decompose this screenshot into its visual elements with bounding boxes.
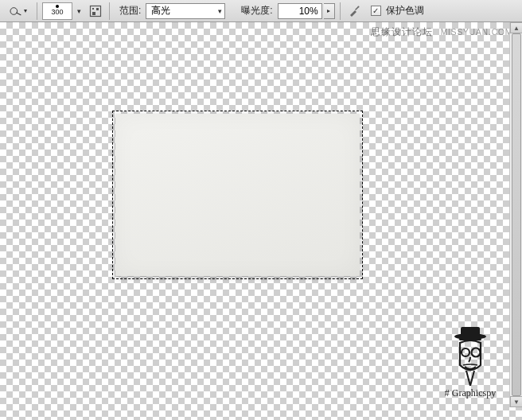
range-select[interactable]: 高光 ▾: [146, 3, 225, 19]
protect-tones-checkbox[interactable]: ✓: [371, 6, 381, 16]
range-value: 高光: [151, 4, 170, 18]
chevron-down-icon: ▾: [218, 7, 222, 15]
site-watermark: 思缘设计论坛 MISSYUAN.COM: [371, 25, 512, 39]
svg-rect-7: [461, 327, 480, 336]
svg-rect-4: [92, 12, 95, 15]
brush-preview-dot: [56, 5, 59, 8]
canvas-area[interactable]: 思缘设计论坛 MISSYUAN.COM # Graphicspy ▲ ▼: [0, 22, 522, 420]
separator: [340, 2, 341, 20]
brush-panel-icon: [89, 5, 102, 18]
svg-rect-2: [92, 8, 94, 10]
exposure-dropdown[interactable]: ▸: [324, 3, 335, 19]
svg-point-6: [454, 333, 486, 340]
credit-text: # Graphicspy: [442, 387, 498, 399]
chevron-down-icon: ▾: [77, 7, 81, 15]
protect-tones-label: 保护色调: [386, 4, 424, 18]
brush-preset-picker[interactable]: 300 ▾: [42, 2, 72, 20]
exposure-input[interactable]: 10%: [278, 3, 322, 19]
exposure-label: 曝光度:: [241, 4, 272, 18]
svg-point-0: [10, 7, 18, 14]
separator: [109, 2, 110, 20]
dodge-tool-icon: [10, 5, 22, 18]
separator: [37, 2, 37, 20]
scroll-thumb[interactable]: [512, 33, 521, 396]
svg-rect-8: [459, 338, 481, 340]
tool-preset-picker[interactable]: ▾: [5, 2, 32, 20]
exposure-value: 10%: [299, 6, 318, 17]
chevron-down-icon: ▾: [24, 7, 27, 14]
vertical-scrollbar: ▲ ▼: [509, 22, 522, 407]
svg-point-10: [472, 348, 481, 357]
options-toolbar: ▾ 300 ▾ 范围: 高光 ▾ 曝光度: 10% ▸ ✓: [0, 0, 522, 22]
brush-size-value: 300: [51, 9, 63, 16]
watermark-en: MISSYUAN.COM: [441, 28, 512, 37]
svg-rect-3: [96, 8, 99, 10]
paper-layer: [115, 114, 360, 276]
scroll-down-button[interactable]: ▼: [510, 396, 522, 407]
author-credit: # Graphicspy: [442, 327, 498, 399]
svg-point-5: [357, 6, 359, 7]
graphicspy-logo-icon: [442, 327, 498, 386]
brush-panel-toggle[interactable]: [87, 2, 104, 20]
airbrush-toggle[interactable]: [345, 2, 363, 20]
scroll-up-button[interactable]: ▲: [510, 22, 522, 33]
svg-point-9: [462, 348, 469, 356]
airbrush-icon: [348, 5, 360, 18]
watermark-cn: 思缘设计论坛: [371, 25, 433, 39]
range-label: 范围:: [119, 4, 141, 18]
chevron-right-icon: ▸: [327, 7, 330, 14]
